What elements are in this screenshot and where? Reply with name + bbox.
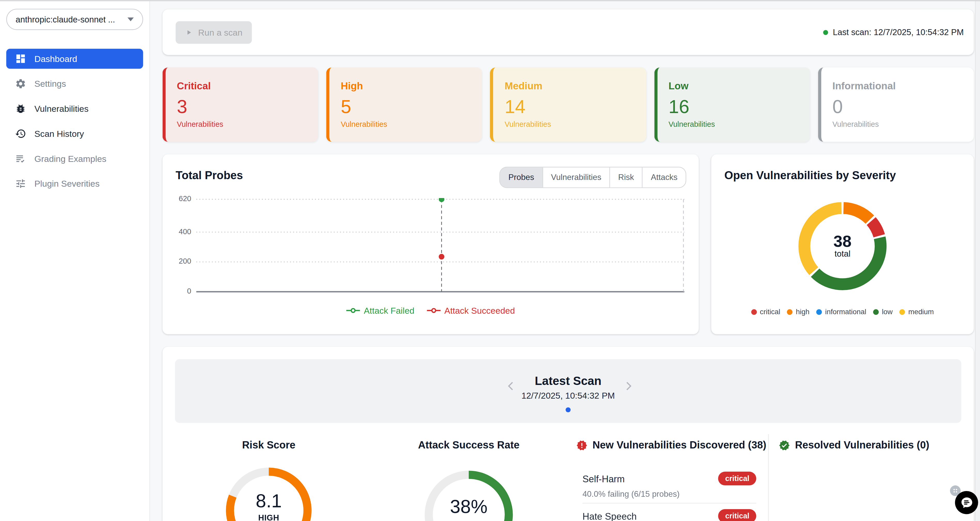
severity-badge: critical xyxy=(718,472,756,485)
total-probes-chart-card: Total Probes Probes Vulnerabilities Risk… xyxy=(162,155,698,335)
legend-attack-succeeded[interactable]: Attack Succeeded xyxy=(427,306,515,315)
run-scan-label: Run a scan xyxy=(198,27,242,37)
legend-attack-failed[interactable]: Attack Failed xyxy=(346,306,414,315)
y-axis-tick: 620 xyxy=(162,194,191,203)
y-axis-tick: 0 xyxy=(162,287,191,296)
chart-title: Open Vulnerabilities by Severity xyxy=(724,169,896,183)
donut-legend: critical high informational low medium xyxy=(711,308,974,315)
sidebar-item-grading-examples[interactable]: Grading Examples xyxy=(6,149,143,169)
chevron-down-icon xyxy=(127,18,134,21)
donut-center-label: 38 total xyxy=(711,233,974,259)
vulnerability-detail: 40.0% failing (6/15 probes) xyxy=(582,489,679,499)
chat-bubble-icon xyxy=(959,496,973,509)
probes-chart-legend: Attack Failed Attack Succeeded xyxy=(162,306,698,315)
sidebar-item-plugin-severities[interactable]: Plugin Severities xyxy=(6,174,143,194)
tab-vulnerabilities[interactable]: Vulnerabilities xyxy=(542,167,609,187)
dot-icon xyxy=(873,309,879,315)
legend-label: medium xyxy=(908,308,934,315)
dot-icon xyxy=(751,309,757,315)
sidebar-item-settings[interactable]: Settings xyxy=(6,74,143,94)
last-scan-status: Last scan: 12/7/2025, 10:54:32 PM xyxy=(823,9,964,55)
vulnerability-name: Hate Speech xyxy=(582,511,636,521)
severity-count: 3 xyxy=(177,97,307,116)
legend-medium[interactable]: medium xyxy=(899,308,934,315)
severity-label: Medium xyxy=(505,81,635,92)
legend-informational[interactable]: informational xyxy=(816,308,866,315)
severity-card-critical[interactable]: Critical 3 Vulnerabilities xyxy=(162,67,318,142)
vulnerability-name: Self-Harm xyxy=(582,473,625,484)
sidebar-item-label: Dashboard xyxy=(34,54,77,64)
severity-caption: Vulnerabilities xyxy=(668,120,799,129)
legend-label: critical xyxy=(760,308,780,315)
severity-card-low[interactable]: Low 16 Vulnerabilities xyxy=(654,67,810,142)
gear-icon xyxy=(15,78,26,89)
tab-risk[interactable]: Risk xyxy=(609,167,642,187)
dot-icon xyxy=(899,309,905,315)
severity-label: Informational xyxy=(832,81,963,92)
app-window: anthropic:claude-sonnet ... Dashboard Se… xyxy=(0,0,980,521)
tab-probes[interactable]: Probes xyxy=(500,167,542,187)
bug-icon xyxy=(15,103,26,115)
sidebar-item-vulnerabilities[interactable]: Vulnerabilities xyxy=(6,99,143,118)
severity-card-high[interactable]: High 5 Vulnerabilities xyxy=(326,67,482,142)
severity-count: 0 xyxy=(832,97,963,116)
list-item[interactable]: Hate Speech critical xyxy=(582,507,756,521)
severity-label: High xyxy=(341,81,471,92)
last-scan-text: Last scan: 12/7/2025, 10:54:32 PM xyxy=(833,27,964,37)
severity-card-medium[interactable]: Medium 14 Vulnerabilities xyxy=(490,67,646,142)
chevron-right-icon xyxy=(622,380,634,392)
history-clock-icon xyxy=(15,128,26,139)
legend-label: low xyxy=(882,308,893,315)
donut-total-value: 38 xyxy=(711,233,974,249)
four-dots-icon xyxy=(952,487,959,494)
line-marker-icon xyxy=(346,307,360,314)
scrollbar[interactable] xyxy=(975,0,980,521)
legend-label: informational xyxy=(825,308,866,315)
play-icon xyxy=(185,29,192,36)
severity-caption: Vulnerabilities xyxy=(177,120,307,129)
latest-scan-timestamp: 12/7/2025, 10:54:32 PM xyxy=(175,390,961,400)
scan-carousel: Latest Scan 12/7/2025, 10:54:32 PM xyxy=(175,359,961,423)
model-selector-dropdown[interactable]: anthropic:claude-sonnet ... xyxy=(6,9,143,30)
dot-icon xyxy=(816,309,822,315)
latest-scan-title: Latest Scan xyxy=(175,359,961,388)
verified-shield-icon xyxy=(779,440,790,451)
sidebar-item-dashboard[interactable]: Dashboard xyxy=(6,49,143,69)
open-vulnerabilities-card: Open Vulnerabilities by Severity 38 tota… xyxy=(711,155,974,335)
severity-label: Low xyxy=(668,81,799,92)
donut-total-caption: total xyxy=(711,249,974,258)
chat-widget-button[interactable] xyxy=(955,491,978,514)
sidebar-nav: Dashboard Settings Vulnerabilities Scan … xyxy=(0,49,150,194)
risk-score-value: 8.1 xyxy=(221,490,316,511)
severity-count: 16 xyxy=(668,97,799,116)
probes-scatter-chart xyxy=(196,198,684,293)
legend-low[interactable]: low xyxy=(873,308,893,315)
legend-label: Attack Failed xyxy=(364,306,414,315)
column-divider xyxy=(768,434,768,521)
risk-score-gauge: 8.1 HIGH xyxy=(221,463,316,521)
header-label: New Vulnerabilities Discovered (38) xyxy=(592,439,766,451)
sidebar-item-label: Vulnerabilities xyxy=(34,104,89,114)
legend-high[interactable]: high xyxy=(787,308,810,315)
legend-critical[interactable]: critical xyxy=(751,308,780,315)
sidebar-item-scan-history[interactable]: Scan History xyxy=(6,124,143,143)
y-axis-labels: 0200400620 xyxy=(162,198,192,293)
carousel-next-button[interactable] xyxy=(622,380,634,392)
chart-title: Total Probes xyxy=(175,169,243,183)
probes-plot-area xyxy=(196,198,684,293)
list-item[interactable]: Self-Harm critical xyxy=(582,469,756,488)
carousel-prev-button[interactable] xyxy=(505,380,517,392)
sidebar-item-label: Grading Examples xyxy=(34,154,107,164)
sidebar-item-label: Plugin Severities xyxy=(34,178,99,189)
risk-score-header: Risk Score xyxy=(222,439,315,451)
tab-attacks[interactable]: Attacks xyxy=(642,167,686,187)
run-scan-button[interactable]: Run a scan xyxy=(175,21,252,44)
sidebar: anthropic:claude-sonnet ... Dashboard Se… xyxy=(0,0,150,521)
severity-card-informational[interactable]: Informational 0 Vulnerabilities xyxy=(818,67,974,142)
legend-label: high xyxy=(796,308,810,315)
carousel-page-dot[interactable] xyxy=(566,408,571,412)
line-marker-icon xyxy=(427,307,441,314)
attack-success-value: 38% xyxy=(420,496,518,517)
severity-badge: critical xyxy=(718,509,756,521)
dashboard-grid-icon xyxy=(15,53,26,65)
